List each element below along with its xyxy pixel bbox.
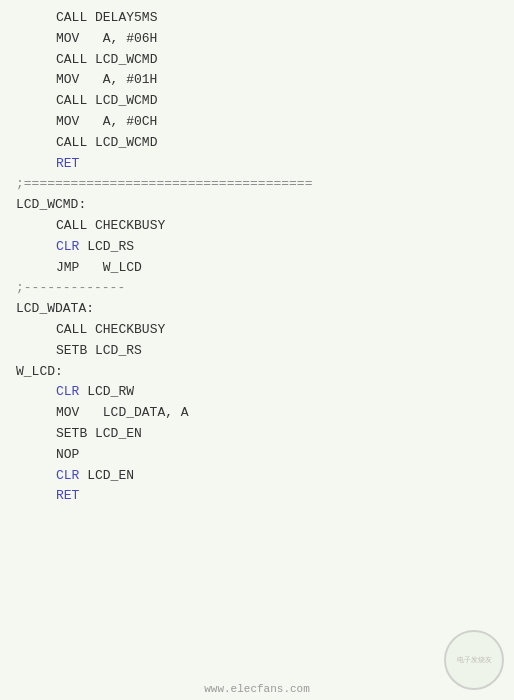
code-line: CALL LCD_WCMD [0,50,514,71]
code-line: CLR LCD_EN [0,466,514,487]
code-line: CALL CHECKBUSY [0,216,514,237]
code-line: JMP W_LCD [0,258,514,279]
code-line: CALL DELAY5MS [0,8,514,29]
site-url: www.elecfans.com [204,683,310,695]
code-line: MOV A, #0CH [0,112,514,133]
code-line: CALL LCD_WCMD [0,133,514,154]
code-block: CALL DELAY5MSMOV A, #06HCALL LCD_WCMDMOV… [0,0,514,515]
code-line: W_LCD: [0,362,514,383]
code-line: MOV A, #01H [0,70,514,91]
code-line: ;===================================== [0,174,514,195]
code-line: CLR LCD_RS [0,237,514,258]
code-line: RET [0,486,514,507]
code-line: MOV LCD_DATA, A [0,403,514,424]
code-line: RET [0,154,514,175]
code-line: NOP [0,445,514,466]
code-line: SETB LCD_EN [0,424,514,445]
code-line: SETB LCD_RS [0,341,514,362]
code-line: ;------------- [0,278,514,299]
code-line: CLR LCD_RW [0,382,514,403]
code-line: LCD_WDATA: [0,299,514,320]
code-line: MOV A, #06H [0,29,514,50]
code-line: CALL CHECKBUSY [0,320,514,341]
watermark: 电子发烧友 [444,630,504,690]
code-line: CALL LCD_WCMD [0,91,514,112]
code-line: LCD_WCMD: [0,195,514,216]
